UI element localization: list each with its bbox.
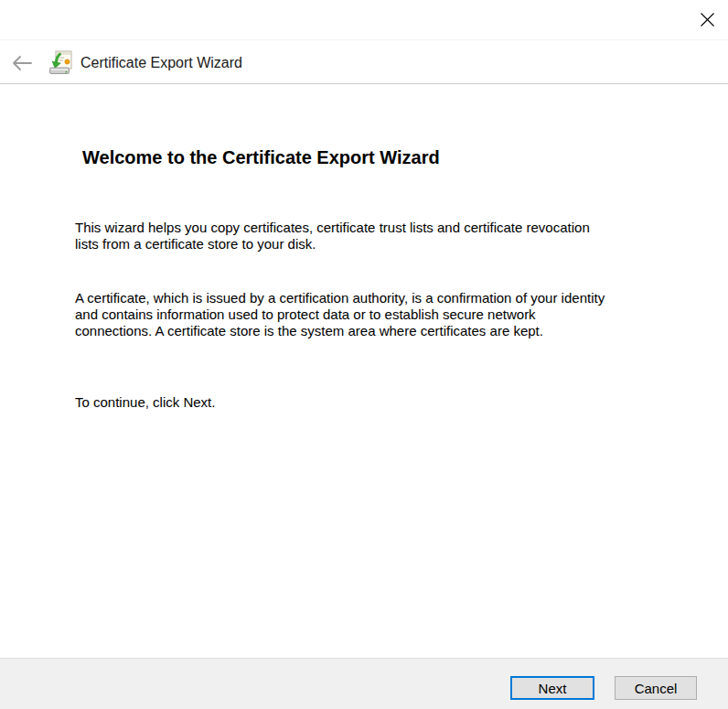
- cancel-button[interactable]: Cancel: [615, 676, 697, 700]
- welcome-heading: Welcome to the Certificate Export Wizard: [82, 147, 668, 168]
- button-bar: Next Cancel: [0, 658, 728, 709]
- wizard-page-content: Welcome to the Certificate Export Wizard…: [0, 85, 728, 658]
- wizard-title: Certificate Export Wizard: [80, 53, 242, 73]
- wizard-header: Certificate Export Wizard: [0, 41, 728, 84]
- continue-instruction: To continue, click Next.: [75, 394, 668, 411]
- certificate-export-icon: [48, 50, 73, 76]
- close-icon: [699, 11, 716, 28]
- intro-paragraph: This wizard helps you copy certificates,…: [75, 220, 668, 252]
- description-paragraph: A certificate, which is issued by a cert…: [75, 290, 668, 339]
- close-button[interactable]: [693, 7, 721, 31]
- back-button[interactable]: [9, 52, 35, 74]
- title-bar: [0, 0, 728, 40]
- back-arrow-icon: [10, 54, 34, 72]
- certificate-export-wizard-window: Certificate Export Wizard Welcome to the…: [0, 0, 728, 709]
- next-button[interactable]: Next: [510, 676, 594, 700]
